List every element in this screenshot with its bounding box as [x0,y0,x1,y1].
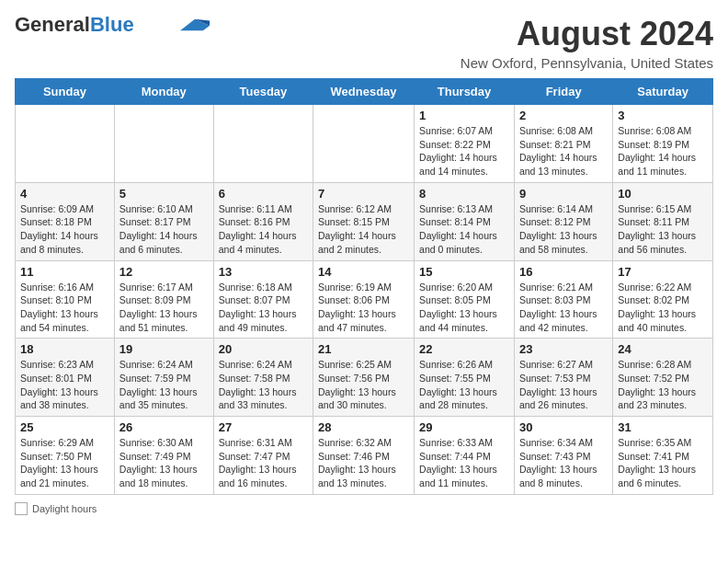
calendar-cell: 10Sunrise: 6:15 AM Sunset: 8:11 PM Dayli… [613,182,713,260]
calendar-week-2: 4Sunrise: 6:09 AM Sunset: 8:18 PM Daylig… [16,182,713,260]
day-number: 22 [419,342,509,356]
day-number: 25 [20,420,109,434]
calendar-week-1: 1Sunrise: 6:07 AM Sunset: 8:22 PM Daylig… [16,105,713,183]
day-number: 20 [219,342,308,356]
logo-icon [178,17,211,32]
day-number: 16 [519,265,608,279]
day-number: 11 [20,265,109,279]
day-info: Sunrise: 6:19 AM Sunset: 8:06 PM Dayligh… [318,281,409,335]
day-number: 7 [318,187,409,201]
day-info: Sunrise: 6:22 AM Sunset: 8:02 PM Dayligh… [618,281,708,335]
logo-text: GeneralBlue [15,15,134,35]
calendar-cell: 26Sunrise: 6:30 AM Sunset: 7:49 PM Dayli… [114,417,213,495]
day-info: Sunrise: 6:15 AM Sunset: 8:11 PM Dayligh… [618,202,708,257]
day-info: Sunrise: 6:13 AM Sunset: 8:14 PM Dayligh… [419,202,509,257]
day-header-saturday: Saturday [613,79,713,105]
day-info: Sunrise: 6:17 AM Sunset: 8:09 PM Dayligh… [119,281,209,335]
calendar-cell: 20Sunrise: 6:24 AM Sunset: 7:58 PM Dayli… [213,339,313,417]
day-info: Sunrise: 6:34 AM Sunset: 7:43 PM Dayligh… [519,436,608,490]
day-number: 28 [318,420,409,434]
calendar-cell: 22Sunrise: 6:26 AM Sunset: 7:55 PM Dayli… [415,339,515,417]
calendar-cell: 31Sunrise: 6:35 AM Sunset: 7:41 PM Dayli… [613,417,713,495]
logo: GeneralBlue [15,15,211,35]
calendar-cell: 2Sunrise: 6:08 AM Sunset: 8:21 PM Daylig… [514,105,612,183]
day-header-friday: Friday [514,79,612,105]
calendar-cell: 12Sunrise: 6:17 AM Sunset: 8:09 PM Dayli… [114,260,213,339]
day-info: Sunrise: 6:30 AM Sunset: 7:49 PM Dayligh… [119,436,209,490]
day-info: Sunrise: 6:16 AM Sunset: 8:10 PM Dayligh… [20,281,109,335]
calendar-cell: 27Sunrise: 6:31 AM Sunset: 7:47 PM Dayli… [213,417,313,495]
day-number: 4 [20,187,109,201]
day-info: Sunrise: 6:20 AM Sunset: 8:05 PM Dayligh… [419,281,509,335]
calendar-cell: 11Sunrise: 6:16 AM Sunset: 8:10 PM Dayli… [16,260,115,339]
calendar-cell: 1Sunrise: 6:07 AM Sunset: 8:22 PM Daylig… [415,105,515,183]
day-info: Sunrise: 6:24 AM Sunset: 7:59 PM Dayligh… [119,358,209,412]
day-info: Sunrise: 6:10 AM Sunset: 8:17 PM Dayligh… [119,202,209,257]
day-number: 27 [219,420,308,434]
day-header-sunday: Sunday [16,79,115,105]
day-info: Sunrise: 6:29 AM Sunset: 7:50 PM Dayligh… [20,436,109,490]
day-info: Sunrise: 6:24 AM Sunset: 7:58 PM Dayligh… [219,358,308,412]
day-info: Sunrise: 6:32 AM Sunset: 7:46 PM Dayligh… [318,436,409,490]
calendar-cell: 7Sunrise: 6:12 AM Sunset: 8:15 PM Daylig… [313,182,415,260]
calendar-cell: 25Sunrise: 6:29 AM Sunset: 7:50 PM Dayli… [16,417,115,495]
calendar-cell [16,105,115,183]
calendar-cell: 5Sunrise: 6:10 AM Sunset: 8:17 PM Daylig… [114,182,213,260]
calendar-table: SundayMondayTuesdayWednesdayThursdayFrid… [15,78,713,495]
calendar-cell: 3Sunrise: 6:08 AM Sunset: 8:19 PM Daylig… [613,105,713,183]
day-info: Sunrise: 6:28 AM Sunset: 7:52 PM Dayligh… [618,358,708,412]
day-number: 31 [618,420,708,434]
day-info: Sunrise: 6:21 AM Sunset: 8:03 PM Dayligh… [519,281,608,335]
day-info: Sunrise: 6:27 AM Sunset: 7:53 PM Dayligh… [519,358,608,412]
calendar-cell: 14Sunrise: 6:19 AM Sunset: 8:06 PM Dayli… [313,260,415,339]
calendar-cell: 30Sunrise: 6:34 AM Sunset: 7:43 PM Dayli… [514,417,612,495]
calendar-cell: 24Sunrise: 6:28 AM Sunset: 7:52 PM Dayli… [613,339,713,417]
day-info: Sunrise: 6:11 AM Sunset: 8:16 PM Dayligh… [219,202,308,257]
day-number: 30 [519,420,608,434]
day-info: Sunrise: 6:12 AM Sunset: 8:15 PM Dayligh… [318,202,409,257]
calendar-cell: 18Sunrise: 6:23 AM Sunset: 8:01 PM Dayli… [16,339,115,417]
footer: Daylight hours [15,502,713,515]
calendar-cell: 23Sunrise: 6:27 AM Sunset: 7:53 PM Dayli… [514,339,612,417]
day-number: 10 [618,187,708,201]
daylight-label: Daylight hours [32,503,97,514]
day-number: 3 [618,109,708,122]
day-info: Sunrise: 6:09 AM Sunset: 8:18 PM Dayligh… [20,202,109,257]
calendar-week-4: 18Sunrise: 6:23 AM Sunset: 8:01 PM Dayli… [16,339,713,417]
calendar-cell: 4Sunrise: 6:09 AM Sunset: 8:18 PM Daylig… [16,182,115,260]
day-header-monday: Monday [114,79,213,105]
calendar-cell [114,105,213,183]
calendar-cell: 17Sunrise: 6:22 AM Sunset: 8:02 PM Dayli… [613,260,713,339]
title-block: August 2024 New Oxford, Pennsylvania, Un… [461,15,713,71]
day-info: Sunrise: 6:26 AM Sunset: 7:55 PM Dayligh… [419,358,509,412]
day-number: 8 [419,187,509,201]
calendar-cell: 29Sunrise: 6:33 AM Sunset: 7:44 PM Dayli… [415,417,515,495]
day-info: Sunrise: 6:07 AM Sunset: 8:22 PM Dayligh… [419,124,509,178]
day-number: 1 [419,109,509,122]
day-info: Sunrise: 6:14 AM Sunset: 8:12 PM Dayligh… [519,202,608,257]
calendar-cell: 9Sunrise: 6:14 AM Sunset: 8:12 PM Daylig… [514,182,612,260]
day-number: 21 [318,342,409,356]
calendar-cell: 6Sunrise: 6:11 AM Sunset: 8:16 PM Daylig… [213,182,313,260]
day-number: 18 [20,342,109,356]
day-number: 2 [519,109,608,122]
day-header-thursday: Thursday [415,79,515,105]
day-number: 23 [519,342,608,356]
day-info: Sunrise: 6:33 AM Sunset: 7:44 PM Dayligh… [419,436,509,490]
day-info: Sunrise: 6:08 AM Sunset: 8:21 PM Dayligh… [519,124,608,178]
calendar-cell [213,105,313,183]
day-number: 15 [419,265,509,279]
calendar-cell: 28Sunrise: 6:32 AM Sunset: 7:46 PM Dayli… [313,417,415,495]
day-number: 9 [519,187,608,201]
calendar-cell: 16Sunrise: 6:21 AM Sunset: 8:03 PM Dayli… [514,260,612,339]
calendar-week-5: 25Sunrise: 6:29 AM Sunset: 7:50 PM Dayli… [16,417,713,495]
daylight-box [15,502,28,515]
calendar-cell: 13Sunrise: 6:18 AM Sunset: 8:07 PM Dayli… [213,260,313,339]
calendar-cell: 8Sunrise: 6:13 AM Sunset: 8:14 PM Daylig… [415,182,515,260]
day-number: 13 [219,265,308,279]
day-info: Sunrise: 6:25 AM Sunset: 7:56 PM Dayligh… [318,358,409,412]
day-number: 19 [119,342,209,356]
day-number: 5 [119,187,209,201]
page-header: GeneralBlue August 2024 New Oxford, Penn… [15,15,713,71]
month-title: August 2024 [461,15,713,53]
